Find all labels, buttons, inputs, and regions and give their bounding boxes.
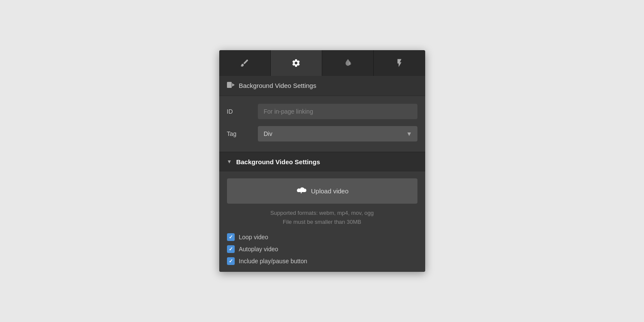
tab-brush[interactable] (219, 50, 271, 76)
id-input[interactable] (258, 104, 417, 119)
upload-video-label: Upload video (311, 187, 349, 195)
upload-video-button[interactable]: Upload video (227, 178, 417, 204)
autoplay-video-checkbox[interactable] (227, 245, 235, 253)
tag-select[interactable]: Div Section Article Header Footer (258, 126, 417, 141)
tab-settings[interactable] (271, 50, 322, 76)
autoplay-video-row: Autoplay video (227, 245, 417, 253)
format-info: Supported formats: webm, mp4, mov, ogg F… (227, 209, 417, 227)
bolt-icon (395, 58, 404, 68)
svg-marker-1 (232, 83, 235, 87)
format-line1: Supported formats: webm, mp4, mov, ogg (227, 209, 417, 218)
video-section-title: Background Video Settings (236, 158, 320, 166)
autoplay-video-label: Autoplay video (239, 246, 278, 253)
loop-video-label: Loop video (239, 234, 269, 241)
top-section-header: Background Video Settings (219, 76, 425, 96)
gear-icon (291, 58, 301, 68)
id-label: ID (227, 108, 253, 115)
loop-video-row: Loop video (227, 233, 417, 241)
tag-select-wrapper: Div Section Article Header Footer ▼ (258, 126, 417, 141)
tab-bar (219, 50, 425, 76)
play-pause-label: Include play/pause button (239, 258, 308, 265)
brush-icon (240, 58, 249, 68)
format-line2: File must be smaller than 30MB (227, 218, 417, 227)
form-area: ID Tag Div Section Article Header Footer… (219, 96, 425, 152)
settings-panel: Background Video Settings ID Tag Div Sec… (219, 50, 425, 272)
drops-icon (343, 58, 353, 68)
play-pause-row: Include play/pause button (227, 257, 417, 265)
collapse-arrow-icon: ▼ (227, 159, 232, 165)
top-section-title: Background Video Settings (239, 82, 317, 89)
video-section-icon (227, 82, 235, 90)
tag-label: Tag (227, 130, 253, 137)
tab-drops[interactable] (322, 50, 374, 76)
loop-video-checkbox[interactable] (227, 233, 235, 241)
video-settings-area: Upload video Supported formats: webm, mp… (219, 172, 425, 272)
video-section-collapse-header[interactable]: ▼ Background Video Settings (219, 152, 425, 172)
tag-row: Tag Div Section Article Header Footer ▼ (227, 126, 417, 141)
id-row: ID (227, 104, 417, 119)
play-pause-checkbox[interactable] (227, 257, 235, 265)
svg-rect-0 (227, 82, 232, 88)
tab-bolt[interactable] (374, 50, 425, 76)
upload-cloud-icon (296, 185, 307, 197)
